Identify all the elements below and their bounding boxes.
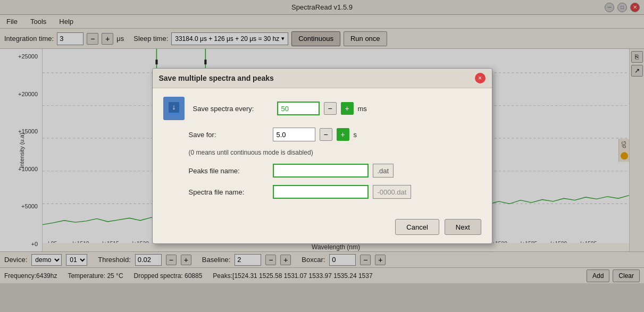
save-for-minus-button[interactable]: − xyxy=(320,128,332,141)
download-icon: ↓ xyxy=(168,101,180,116)
cancel-button[interactable]: Cancel xyxy=(395,219,439,235)
dialog-title-bar: Save multiple spectra and peaks × xyxy=(153,69,492,88)
dialog-footer: Cancel Next xyxy=(153,215,492,243)
download-icon-box: ↓ xyxy=(163,97,185,120)
spectra-label: Spectra file name: xyxy=(189,188,269,196)
save-for-unit: s xyxy=(354,131,357,139)
save-dialog: Save multiple spectra and peaks × ↓ Save… xyxy=(152,68,492,244)
peaks-filename-row: Peaks file name: .dat xyxy=(163,164,481,178)
modal-overlay: Save multiple spectra and peaks × ↓ Save… xyxy=(0,0,644,312)
spectra-suffix: -0000.dat xyxy=(373,185,412,199)
dialog-note: (0 means until continuous mode is disabl… xyxy=(189,149,481,156)
save-every-input[interactable] xyxy=(277,102,320,115)
dialog-close-button[interactable]: × xyxy=(475,73,486,83)
peaks-label: Peaks file name: xyxy=(189,167,269,175)
save-every-minus-button[interactable]: − xyxy=(324,102,337,115)
spectra-filename-row: Spectra file name: -0000.dat xyxy=(163,185,481,199)
spectra-filename-input[interactable] xyxy=(273,185,369,199)
svg-rect-30 xyxy=(169,113,179,115)
peaks-suffix: .dat xyxy=(373,164,394,178)
save-every-unit: ms xyxy=(358,105,367,113)
save-for-row: Save for: − + s xyxy=(163,128,481,141)
save-every-row: ↓ Save spectra every: − + ms xyxy=(163,97,481,120)
dialog-body: ↓ Save spectra every: − + ms Save for: −… xyxy=(153,88,492,215)
save-every-label: Save spectra every: xyxy=(193,105,273,113)
save-for-input[interactable] xyxy=(273,128,315,141)
save-for-plus-button[interactable]: + xyxy=(337,128,349,141)
svg-text:↓: ↓ xyxy=(172,103,175,111)
peaks-filename-input[interactable] xyxy=(273,164,369,178)
save-for-label: Save for: xyxy=(189,131,269,139)
dialog-title: Save multiple spectra and peaks xyxy=(159,74,274,82)
save-every-plus-button[interactable]: + xyxy=(341,102,354,115)
next-button[interactable]: Next xyxy=(445,219,481,235)
